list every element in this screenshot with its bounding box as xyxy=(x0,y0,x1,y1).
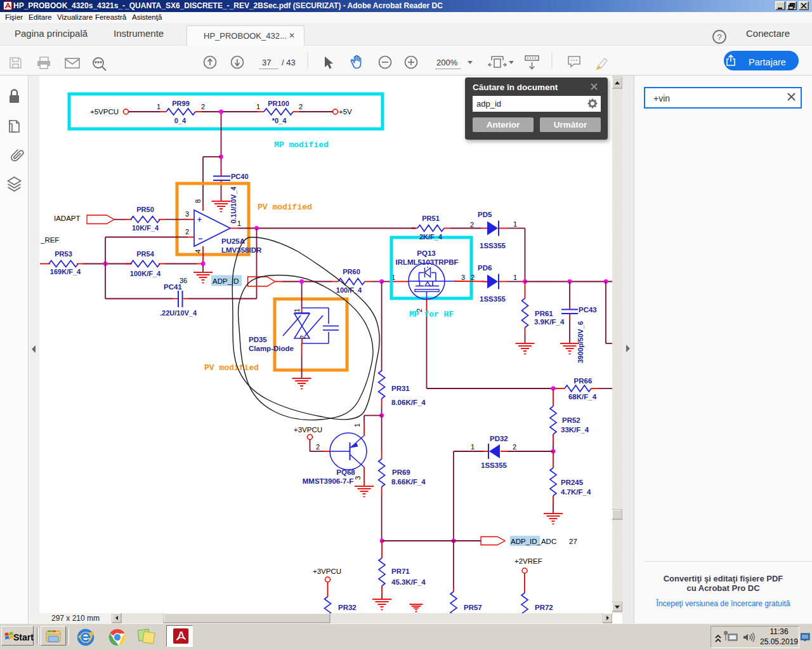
svg-text:33K/F_4: 33K/F_4 xyxy=(561,426,589,434)
svg-text:PC43: PC43 xyxy=(579,306,597,314)
svg-text:+2VREF: +2VREF xyxy=(514,557,542,565)
svg-text:Partajare: Partajare xyxy=(749,57,786,67)
svg-text:2: 2 xyxy=(185,228,189,235)
svg-text:0.1U/10V_4: 0.1U/10V_4 xyxy=(230,186,237,223)
svg-text:PR60: PR60 xyxy=(343,268,360,275)
svg-text:37: 37 xyxy=(262,58,271,67)
svg-text:1: 1 xyxy=(513,274,517,281)
svg-text:1: 1 xyxy=(353,423,361,427)
svg-text:45.3K/F_4: 45.3K/F_4 xyxy=(391,578,426,586)
svg-text:PV modified: PV modified xyxy=(204,363,259,373)
svg-text:1SS355: 1SS355 xyxy=(480,295,506,303)
svg-text:3: 3 xyxy=(354,476,362,480)
svg-text:−: − xyxy=(198,234,202,243)
svg-text:2: 2 xyxy=(316,443,320,451)
svg-text:2: 2 xyxy=(201,103,205,110)
svg-text:PR66: PR66 xyxy=(574,377,593,385)
svg-text:2: 2 xyxy=(471,274,475,281)
svg-text:MMST3906-7-F: MMST3906-7-F xyxy=(303,477,354,485)
svg-text:+: + xyxy=(197,215,202,224)
svg-text:1SS355: 1SS355 xyxy=(481,461,508,469)
svg-text:PD35: PD35 xyxy=(249,336,267,343)
svg-text:PD32: PD32 xyxy=(490,435,508,442)
svg-text:MP modified: MP modified xyxy=(274,140,329,150)
svg-text:2: 2 xyxy=(513,443,516,451)
svg-text:PR99: PR99 xyxy=(172,100,190,107)
svg-text:_REF: _REF xyxy=(40,236,59,244)
svg-text:1: 1 xyxy=(513,220,517,228)
svg-text:PR69: PR69 xyxy=(392,468,410,476)
svg-text:PC41: PC41 xyxy=(164,283,182,291)
svg-text:PR57: PR57 xyxy=(464,604,482,611)
svg-text:ADP_ID_ADC: ADP_ID_ADC xyxy=(511,538,556,545)
svg-text:297 x 210 mm: 297 x 210 mm xyxy=(51,614,100,623)
svg-text:+3VPCU: +3VPCU xyxy=(294,426,322,434)
svg-text:3.9K/F_4: 3.9K/F_4 xyxy=(534,318,565,326)
svg-text:100K/F_4: 100K/F_4 xyxy=(130,270,161,277)
svg-text:*0_4: *0_4 xyxy=(272,117,287,124)
svg-text:PR52: PR52 xyxy=(562,416,580,424)
svg-text:PD5: PD5 xyxy=(478,211,492,218)
svg-text:1: 1 xyxy=(294,308,301,312)
svg-text:2: 2 xyxy=(299,335,306,339)
svg-text:PR61: PR61 xyxy=(535,310,553,317)
svg-text:IRLML5103TRPBF: IRLML5103TRPBF xyxy=(395,258,458,266)
svg-text:2: 2 xyxy=(299,103,303,110)
svg-text:8: 8 xyxy=(194,199,202,203)
svg-text:1: 1 xyxy=(471,443,475,451)
svg-text:Clamp-Diode: Clamp-Diode xyxy=(249,345,294,352)
svg-text:PR31: PR31 xyxy=(391,385,410,392)
svg-text:4.7K/F_4: 4.7K/F_4 xyxy=(561,488,591,496)
svg-text:.22U/10V_4: .22U/10V_4 xyxy=(160,309,197,317)
svg-text:2: 2 xyxy=(470,221,474,229)
svg-text:PR100: PR100 xyxy=(268,100,289,107)
svg-text:LMV358IDR: LMV358IDR xyxy=(221,246,262,254)
svg-text:PR72: PR72 xyxy=(535,604,553,611)
svg-text:4: 4 xyxy=(194,249,202,253)
svg-text:2K/F_4: 2K/F_4 xyxy=(419,233,443,241)
svg-text:?: ? xyxy=(717,32,721,42)
svg-text:PQ68: PQ68 xyxy=(336,468,355,476)
svg-text:PR53: PR53 xyxy=(55,250,72,258)
svg-text:PR54: PR54 xyxy=(136,250,154,258)
svg-text:3: 3 xyxy=(185,210,189,218)
svg-text:8.66K/F_4: 8.66K/F_4 xyxy=(391,478,426,486)
svg-text:PQ13: PQ13 xyxy=(417,249,435,257)
svg-text:PR32: PR32 xyxy=(338,604,357,611)
svg-text:8.06K/F_4: 8.06K/F_4 xyxy=(391,399,426,406)
svg-text:3900p/50V_6: 3900p/50V_6 xyxy=(577,321,584,363)
svg-text:169K/F_4: 169K/F_4 xyxy=(50,268,81,275)
svg-text:PD6: PD6 xyxy=(478,264,492,272)
svg-text:PR50: PR50 xyxy=(136,206,154,213)
svg-text:68K/F_4: 68K/F_4 xyxy=(568,393,597,401)
svg-text:1: 1 xyxy=(237,220,241,227)
svg-text:IADAPT: IADAPT xyxy=(54,215,81,222)
svg-text:PV modified: PV modified xyxy=(258,202,312,212)
svg-text:ADP_ID: ADP_ID xyxy=(213,277,239,285)
svg-text:+5V: +5V xyxy=(339,108,352,116)
svg-text:200%: 200% xyxy=(436,58,458,67)
svg-text:+5VPCU: +5VPCU xyxy=(90,108,119,116)
svg-text:PC40: PC40 xyxy=(231,173,249,180)
svg-text:PR245: PR245 xyxy=(561,479,584,486)
svg-text:3: 3 xyxy=(461,274,465,281)
svg-text:1: 1 xyxy=(256,103,260,110)
svg-text:PR71: PR71 xyxy=(391,567,410,575)
svg-text:MP for HF: MP for HF xyxy=(409,310,454,319)
svg-text:1: 1 xyxy=(157,103,160,110)
svg-text:/ 43: / 43 xyxy=(282,58,296,67)
svg-text:10K/F_4: 10K/F_4 xyxy=(132,224,159,232)
svg-text:0_4: 0_4 xyxy=(174,117,187,124)
svg-text:PR51: PR51 xyxy=(422,215,440,222)
svg-text:+3VPCU: +3VPCU xyxy=(313,567,341,575)
svg-text:27: 27 xyxy=(569,538,577,545)
svg-text:100/F_4: 100/F_4 xyxy=(336,286,362,294)
svg-text:1SS355: 1SS355 xyxy=(480,242,506,249)
